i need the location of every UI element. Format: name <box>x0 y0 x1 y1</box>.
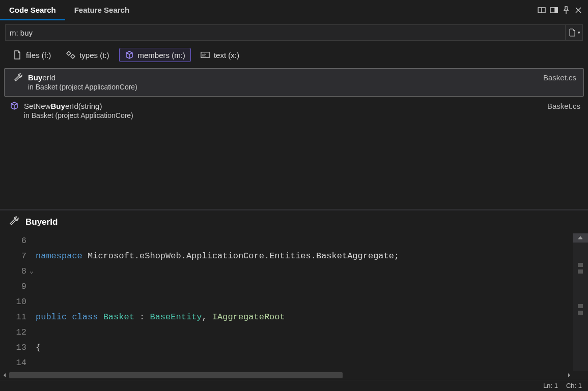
filter-label: members (m:) <box>138 51 185 59</box>
wrench-icon <box>9 216 19 228</box>
filter-label: files (f:) <box>26 51 51 59</box>
window-dock-icon[interactable] <box>549 6 558 15</box>
preview-title: BuyerId <box>0 210 588 233</box>
results-list: BuyerId Basket.cs in Basket (project App… <box>0 68 588 125</box>
titlebar: Code Search Feature Search <box>0 0 588 20</box>
filter-label: text (x:) <box>214 51 239 59</box>
scroll-track[interactable] <box>9 371 565 380</box>
fold-icon[interactable]: ⌄ <box>30 264 34 279</box>
scroll-thumb[interactable] <box>9 372 343 378</box>
result-file: Basket.cs <box>547 102 580 110</box>
search-input[interactable] <box>6 26 565 39</box>
svg-rect-3 <box>555 8 557 13</box>
results-empty-space <box>0 125 588 209</box>
filter-members[interactable]: members (m:) <box>119 48 191 62</box>
editor[interactable]: 6 7 8⌄ 9 10 11 12 13 14 namespace Micros… <box>0 233 588 371</box>
tab-code-search[interactable]: Code Search <box>0 1 65 20</box>
status-bar: Ln: 1 Ch: 1 <box>0 380 588 391</box>
file-icon <box>13 50 22 59</box>
result-subtitle: in Basket (project ApplicationCore) <box>14 83 576 91</box>
window-position-icon[interactable] <box>537 6 546 15</box>
horizontal-scrollbar[interactable] <box>0 371 588 380</box>
result-item[interactable]: BuyerId Basket.cs in Basket (project App… <box>4 68 584 97</box>
status-col[interactable]: Ch: 1 <box>566 382 582 389</box>
wrench-icon <box>14 73 23 82</box>
svg-text:ab: ab <box>202 53 207 57</box>
tab-bar: Code Search Feature Search <box>0 1 138 20</box>
preview-title-text: BuyerId <box>25 217 58 227</box>
cube-icon <box>10 101 19 110</box>
scroll-up-button[interactable] <box>573 233 588 243</box>
result-title-text: BuyerId <box>28 73 55 82</box>
result-item[interactable]: SetNewBuyerId(string) Basket.cs in Baske… <box>0 97 588 125</box>
result-file: Basket.cs <box>543 73 576 82</box>
result-title-text: SetNewBuyerId(string) <box>24 102 102 110</box>
tab-feature-search[interactable]: Feature Search <box>65 1 138 20</box>
search-row: ▾ <box>5 24 583 41</box>
filter-row: files (f:) types (t:) members (m:) ab te… <box>0 43 588 68</box>
minimap[interactable] <box>573 233 588 371</box>
window-buttons <box>537 6 588 15</box>
code-area[interactable]: namespace Microsoft.eShopWeb.Application… <box>36 233 588 371</box>
cube-icon <box>125 50 134 59</box>
search-file-dropdown[interactable]: ▾ <box>565 25 582 40</box>
text-icon: ab <box>201 50 210 59</box>
scroll-right-button[interactable] <box>565 371 574 380</box>
result-subtitle: in Basket (project ApplicationCore) <box>10 111 580 119</box>
filter-label: types (t:) <box>79 51 109 59</box>
line-gutter: 6 7 8⌄ 9 10 11 12 13 14 <box>0 233 36 371</box>
filter-text[interactable]: ab text (x:) <box>195 48 245 62</box>
status-line[interactable]: Ln: 1 <box>543 382 558 389</box>
scroll-left-button[interactable] <box>0 371 9 380</box>
pin-icon[interactable] <box>562 6 571 15</box>
filter-files[interactable]: files (f:) <box>7 48 57 62</box>
types-icon <box>66 50 75 59</box>
filter-types[interactable]: types (t:) <box>61 48 115 62</box>
close-icon[interactable] <box>574 6 583 15</box>
